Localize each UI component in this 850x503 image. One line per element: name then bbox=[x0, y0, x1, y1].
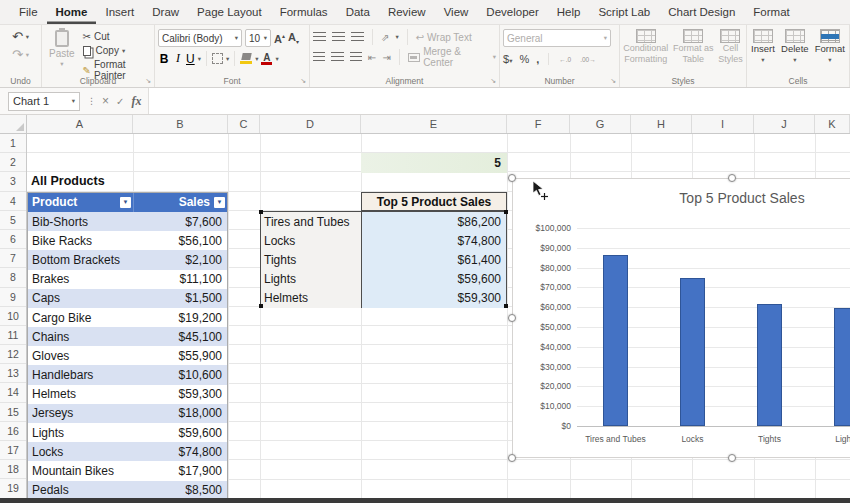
column-header-B[interactable]: B bbox=[133, 115, 228, 133]
decrease-decimal-button[interactable]: .00→ bbox=[579, 55, 597, 64]
row-header-6[interactable]: 6 bbox=[0, 230, 26, 249]
merge-center-button[interactable]: Merge & Center▾ bbox=[408, 46, 496, 68]
accounting-format-button[interactable]: $▾ bbox=[503, 53, 512, 65]
row-header-12[interactable]: 12 bbox=[0, 345, 26, 364]
product-sales-cell[interactable]: $2,100 bbox=[134, 253, 227, 267]
top5-sales-cell[interactable]: $86,200 bbox=[361, 212, 506, 231]
cut-button[interactable]: ✂Cut bbox=[83, 31, 151, 42]
format-cells-button[interactable]: Format ▾ bbox=[815, 29, 845, 64]
top5-sales-cell[interactable]: $59,300 bbox=[361, 289, 506, 308]
shrink-font-button[interactable]: A▾ bbox=[288, 31, 299, 45]
row-header-17[interactable]: 17 bbox=[0, 441, 26, 460]
product-sales-cell[interactable]: $1,500 bbox=[134, 291, 227, 305]
row-header-7[interactable]: 7 bbox=[0, 249, 26, 268]
font-size-select[interactable]: 10▾ bbox=[245, 29, 271, 47]
orientation-button[interactable]: ⇗ bbox=[381, 32, 389, 43]
product-name-cell[interactable]: Cargo Bike bbox=[28, 311, 134, 325]
product-sales-cell[interactable]: $10,600 bbox=[134, 368, 227, 382]
product-sales-cell[interactable]: $11,100 bbox=[134, 272, 227, 286]
filter-dropdown-icon[interactable]: ▼ bbox=[214, 197, 225, 208]
row-header-16[interactable]: 16 bbox=[0, 422, 26, 441]
cell-styles-button[interactable]: Cell Styles bbox=[718, 29, 743, 64]
chart-bar[interactable] bbox=[834, 308, 850, 426]
paste-button[interactable]: Paste ▾ bbox=[45, 29, 79, 69]
product-name-cell[interactable]: Mountain Bikes bbox=[28, 464, 134, 478]
insert-function-icon[interactable]: fx bbox=[131, 94, 141, 109]
cancel-icon[interactable]: × bbox=[102, 94, 109, 108]
product-sales-cell[interactable]: $7,600 bbox=[134, 215, 227, 229]
column-header-G[interactable]: G bbox=[570, 115, 631, 133]
align-left-button[interactable] bbox=[313, 52, 325, 62]
top5-title-cell[interactable]: Top 5 Product Sales bbox=[361, 192, 507, 211]
product-name-cell[interactable]: Bike Racks bbox=[28, 234, 134, 248]
tab-help[interactable]: Help bbox=[548, 0, 590, 24]
row-header-11[interactable]: 11 bbox=[0, 326, 26, 345]
tab-insert[interactable]: Insert bbox=[96, 0, 143, 24]
font-name-select[interactable]: Calibri (Body)▾ bbox=[158, 29, 242, 47]
column-header-A[interactable]: A bbox=[27, 115, 133, 133]
row-header-13[interactable]: 13 bbox=[0, 364, 26, 383]
product-name-cell[interactable]: Jerseys bbox=[28, 406, 134, 420]
chart-resize-handle-bottom[interactable] bbox=[728, 454, 736, 462]
product-name-cell[interactable]: Bib-Shorts bbox=[28, 215, 134, 229]
column-header-J[interactable]: J bbox=[754, 115, 815, 133]
font-dialog-launcher[interactable]: ↘ bbox=[300, 77, 306, 85]
product-name-cell[interactable]: Bottom Brackets bbox=[28, 253, 134, 267]
row-header-2[interactable]: 2 bbox=[0, 153, 26, 172]
column-header-I[interactable]: I bbox=[692, 115, 754, 133]
row-header-5[interactable]: 5 bbox=[0, 211, 26, 230]
tab-draw[interactable]: Draw bbox=[143, 0, 188, 24]
product-name-cell[interactable]: Locks bbox=[28, 445, 134, 459]
wrap-text-button[interactable]: ↩Wrap Text bbox=[416, 32, 472, 43]
all-products-label[interactable]: All Products bbox=[31, 174, 105, 188]
chart-resize-handle-top-left[interactable] bbox=[508, 174, 516, 182]
column-header-K[interactable]: K bbox=[815, 115, 850, 133]
number-format-select[interactable]: General▾ bbox=[503, 29, 611, 47]
alignment-dialog-launcher[interactable]: ↘ bbox=[490, 77, 496, 85]
column-header-F[interactable]: F bbox=[507, 115, 570, 133]
product-sales-cell[interactable]: $56,100 bbox=[134, 234, 227, 248]
row-header-10[interactable]: 10 bbox=[0, 307, 26, 326]
product-name-cell[interactable]: Handlebars bbox=[28, 368, 134, 382]
product-sales-cell[interactable]: $59,600 bbox=[134, 426, 227, 440]
product-sales-cell[interactable]: $59,300 bbox=[134, 387, 227, 401]
undo-button[interactable]: ↶▾ bbox=[12, 29, 29, 44]
row-header-8[interactable]: 8 bbox=[0, 268, 26, 287]
product-sales-cell[interactable]: $18,000 bbox=[134, 406, 227, 420]
product-sales-cell[interactable]: $19,200 bbox=[134, 311, 227, 325]
tab-chart-design[interactable]: Chart Design bbox=[659, 0, 744, 24]
underline-button[interactable]: U bbox=[186, 52, 195, 66]
comma-style-button[interactable]: , bbox=[536, 53, 539, 65]
top5-name-cell[interactable]: Locks bbox=[261, 231, 361, 250]
conditional-formatting-button[interactable]: Conditional Formatting bbox=[623, 29, 668, 64]
decrease-indent-button[interactable]: ⇤ bbox=[368, 52, 376, 63]
fill-color-button[interactable] bbox=[240, 53, 252, 64]
product-sales-cell[interactable]: $45,100 bbox=[134, 330, 227, 344]
tab-review[interactable]: Review bbox=[379, 0, 435, 24]
column-header-C[interactable]: C bbox=[228, 115, 260, 133]
align-center-button[interactable] bbox=[331, 52, 343, 62]
product-name-cell[interactable]: Pedals bbox=[28, 483, 134, 497]
product-name-cell[interactable]: Caps bbox=[28, 291, 134, 305]
middle-align-button[interactable] bbox=[332, 32, 345, 42]
grow-font-button[interactable]: A▴ bbox=[274, 32, 285, 45]
tab-format[interactable]: Format bbox=[744, 0, 798, 24]
name-box[interactable]: Chart 1▾ bbox=[8, 92, 80, 111]
product-sales-cell[interactable]: $55,900 bbox=[134, 349, 227, 363]
tab-data[interactable]: Data bbox=[337, 0, 379, 24]
top5-name-cell[interactable]: Tights bbox=[261, 250, 361, 269]
cell-e2-input[interactable]: 5 bbox=[361, 153, 507, 172]
product-sales-cell[interactable]: $17,900 bbox=[134, 464, 227, 478]
chart-title[interactable]: Top 5 Product Sales bbox=[513, 190, 850, 206]
top5-name-cell[interactable]: Lights bbox=[261, 270, 361, 289]
chart-resize-handle-top[interactable] bbox=[728, 174, 736, 182]
chart-bar[interactable] bbox=[680, 278, 705, 426]
tab-developer[interactable]: Developer bbox=[477, 0, 547, 24]
chart-bar[interactable] bbox=[603, 255, 628, 426]
row-header-15[interactable]: 15 bbox=[0, 403, 26, 422]
enter-check-icon[interactable]: ✓ bbox=[116, 96, 124, 107]
tab-home[interactable]: Home bbox=[47, 0, 97, 24]
row-header-1[interactable]: 1 bbox=[0, 134, 26, 153]
clipboard-dialog-launcher[interactable]: ↘ bbox=[145, 77, 151, 85]
product-name-cell[interactable]: Brakes bbox=[28, 272, 134, 286]
